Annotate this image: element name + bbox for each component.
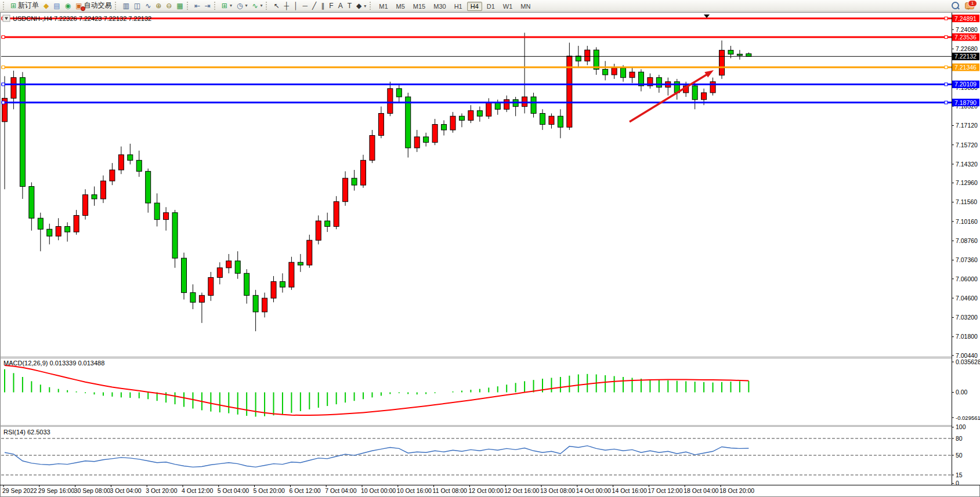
shapes-icon: ◆ xyxy=(356,2,361,9)
toolbar-grip xyxy=(266,2,269,10)
step-forward-icon: ⇥ xyxy=(205,2,211,9)
axis-tick-label: 7.08760 xyxy=(956,237,978,244)
axis-tick-label: 7.17120 xyxy=(956,122,978,129)
candlestick-chart-button[interactable]: ◫ xyxy=(132,1,143,10)
price-tag-label: 7.22132 xyxy=(954,53,977,60)
axis-tick-label: 0.035628 xyxy=(956,358,980,365)
new-chart-button[interactable]: ⊞▾ xyxy=(219,1,234,10)
step-back-button[interactable]: ⇤ xyxy=(192,1,202,10)
label-icon: T xyxy=(348,2,352,9)
trendline-button[interactable]: ╱ xyxy=(310,1,319,11)
new-order-icon: ⊞ xyxy=(10,2,16,9)
step-forward-button[interactable]: ⇥ xyxy=(202,1,213,10)
text-button[interactable]: A xyxy=(336,1,345,11)
channel-icon: ∥ xyxy=(321,2,324,9)
line-handle[interactable] xyxy=(2,83,5,86)
channel-button[interactable]: ∥ xyxy=(319,1,327,11)
tile-windows-icon: ▦ xyxy=(176,2,183,9)
time-axis-label: 13 Oct 08:00 xyxy=(540,487,575,494)
timeframe-button-H1[interactable]: H1 xyxy=(451,2,466,11)
crosshair-button[interactable]: ┼ xyxy=(282,1,292,11)
line-handle[interactable] xyxy=(945,66,948,68)
zoom-in-icon: ⊕ xyxy=(156,2,161,9)
price-axis[interactable]: 7.240807.226807.212807.198807.185207.171… xyxy=(952,13,980,487)
indicators-button[interactable]: ∿▾ xyxy=(249,1,265,10)
timeframe-button-M5[interactable]: M5 xyxy=(393,2,408,11)
timeframe-button-D1[interactable]: D1 xyxy=(483,2,498,11)
time-axis-label: 29 Sep 2022 xyxy=(2,487,37,494)
chevron-down-icon: ▾ xyxy=(364,3,366,9)
notifications-icon[interactable]: 1 xyxy=(965,2,974,9)
line-handle[interactable] xyxy=(945,17,948,20)
price-tag-label: 7.18790 xyxy=(954,99,977,106)
axis-tick-label: 0.00 xyxy=(956,389,968,396)
time-axis-label: 30 Sep 08:00 xyxy=(74,487,111,494)
cursor-button[interactable]: ↖ xyxy=(271,1,281,11)
line-handle[interactable] xyxy=(2,66,5,68)
axis-tick-label: 7.22680 xyxy=(956,45,978,52)
vertical-line-button[interactable]: │ xyxy=(291,1,301,11)
line-handle[interactable] xyxy=(945,35,948,38)
axis-tick-label: 7.07360 xyxy=(956,256,978,263)
timeframe-button-M1[interactable]: M1 xyxy=(375,2,391,11)
timeframe-button-M15[interactable]: M15 xyxy=(410,2,429,11)
market-watch-button[interactable]: ◆ xyxy=(41,1,51,10)
toolbar-right: 1 xyxy=(952,2,980,9)
price-tag-label: 7.24891 xyxy=(954,15,977,22)
profiles-button[interactable]: ◷▾ xyxy=(234,1,250,10)
zoom-out-button[interactable]: ⊖ xyxy=(164,1,174,10)
line-handle[interactable] xyxy=(945,83,948,86)
axis-tick-label: 7.03200 xyxy=(956,314,978,321)
timeframe-button-MN[interactable]: MN xyxy=(517,2,534,11)
axis-tick-label: 100 xyxy=(956,423,966,430)
axis-tick-label: 7.01800 xyxy=(956,333,978,340)
time-axis-label: 3 Oct 20:00 xyxy=(146,487,177,494)
line-chart-button[interactable]: ∿ xyxy=(143,1,153,10)
axis-tick-label: 7.11560 xyxy=(956,198,977,205)
chart-area: USDCNH-,H4 7.22326 7.22423 7.22132 7.221… xyxy=(0,12,980,497)
axis-tick-label: 7.15720 xyxy=(956,142,978,148)
line-handle[interactable] xyxy=(2,35,5,38)
search-icon[interactable] xyxy=(952,2,959,9)
axis-tick-label: 7.10160 xyxy=(956,218,978,225)
tile-windows-button[interactable]: ▦ xyxy=(174,1,185,10)
price-tag-label: 7.21346 xyxy=(954,64,977,71)
vertical-line-icon: │ xyxy=(294,2,298,9)
time-axis-label: 29 Sep 16:00 xyxy=(38,487,75,494)
toolbar: ⊞ 新订单 ◆ ▤ ◉ ▣ 自动交易 ▥ ◫ ∿ ⊕ ⊖ ▦ ⇤ ⇥ ⊞▾ ◷▾… xyxy=(0,0,980,12)
data-window-icon: ▤ xyxy=(53,2,60,9)
autotrading-label: 自动交易 xyxy=(84,1,111,10)
fibonacci-button[interactable]: F xyxy=(327,1,335,11)
time-axis-label: 12 Oct 16:00 xyxy=(504,487,539,494)
time-axis-label: 17 Oct 12:00 xyxy=(648,487,682,494)
bar-chart-button[interactable]: ▥ xyxy=(120,1,131,10)
time-axis-label: 18 Oct 04:00 xyxy=(684,487,718,494)
chevron-down-icon: ▾ xyxy=(260,3,262,8)
timeframe-button-H4[interactable]: H4 xyxy=(467,2,482,11)
cursor-icon: ↖ xyxy=(273,2,279,9)
timeframe-button-M30[interactable]: M30 xyxy=(430,2,449,11)
autotrading-button[interactable]: ▣ 自动交易 xyxy=(73,1,114,10)
data-window-button[interactable]: ▤ xyxy=(51,1,62,10)
price-tag-label: 7.23536 xyxy=(954,34,977,41)
clock-icon: ◷ xyxy=(237,2,243,9)
new-order-label: 新订单 xyxy=(18,1,39,10)
shapes-button[interactable]: ◆▾ xyxy=(354,1,368,11)
line-handle[interactable] xyxy=(2,101,5,104)
line-handle[interactable] xyxy=(945,101,948,104)
horizontal-line-button[interactable]: ─ xyxy=(301,1,310,11)
toolbar-grip xyxy=(3,2,6,10)
time-axis-label: 12 Oct 00:00 xyxy=(468,487,503,494)
chart-title: USDCNH-,H4 7.22326 7.22423 7.22132 7.221… xyxy=(13,15,151,22)
timeframe-button-W1[interactable]: W1 xyxy=(500,2,516,11)
timeframe-group: M1M5M15M30H1H4D1W1MN xyxy=(375,1,534,11)
time-axis-label: 10 Oct 16:00 xyxy=(397,487,432,494)
label-button[interactable]: T xyxy=(345,1,354,11)
new-order-button[interactable]: ⊞ 新订单 xyxy=(8,1,41,10)
toolbar-grip xyxy=(115,2,118,10)
axis-tick-label: 7.24080 xyxy=(956,26,978,33)
zoom-in-button[interactable]: ⊕ xyxy=(153,1,164,10)
navigator-button[interactable]: ◉ xyxy=(63,1,73,10)
axis-tick-label: 15 xyxy=(956,471,963,478)
axis-tick-label: 50 xyxy=(956,452,963,459)
